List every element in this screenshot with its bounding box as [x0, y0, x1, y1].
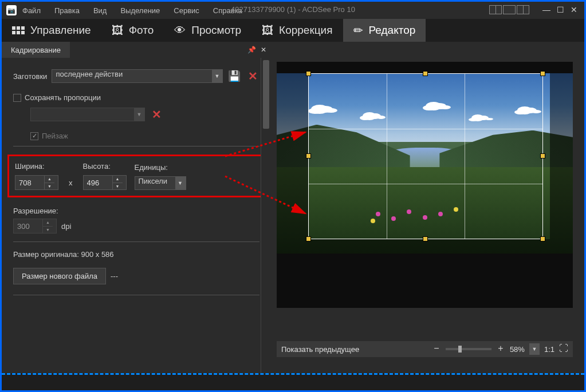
window-title: 4927133779900 (1) - ACDSee Pro 10 — [231, 5, 355, 14]
pane-layout-icons — [489, 5, 529, 15]
photo-icon: 🖼 — [112, 24, 123, 37]
scrollbar-thumb[interactable] — [263, 60, 269, 129]
crop-handle-tl[interactable] — [306, 71, 311, 76]
pane-layout-2[interactable] — [503, 5, 516, 14]
image-canvas[interactable] — [277, 62, 573, 308]
original-size-text: Размер оригинала: 900 x 586 — [13, 250, 259, 259]
zoom-combo[interactable]: ▼ — [529, 343, 540, 355]
pane-layout-1[interactable] — [489, 5, 502, 14]
height-input[interactable]: ▲▼ — [83, 175, 127, 190]
dimensions-section: Ширина: ▲▼ x Высота: ▲▼ — [7, 155, 265, 197]
zoom-toolbar: Показать предыдущее − + 58% ▼ 1:1 ⛶ — [277, 341, 573, 357]
spinner-down-icon[interactable]: ▼ — [43, 227, 53, 233]
editor-icon: ✏ — [353, 23, 363, 37]
dimension-separator: x — [66, 179, 75, 190]
new-file-size-value: --- — [111, 272, 118, 280]
panel-close-icon[interactable]: ✕ — [261, 46, 266, 54]
zoom-out-button[interactable]: − — [432, 345, 441, 354]
minimize-button[interactable]: — — [541, 5, 552, 15]
crop-handle-br[interactable] — [540, 236, 545, 241]
crop-rectangle[interactable] — [308, 73, 543, 239]
zoom-in-button[interactable]: + — [496, 345, 505, 354]
clear-ratio-icon[interactable]: ✕ — [150, 108, 163, 121]
units-label: Единицы: — [135, 163, 186, 172]
panel-scrollbar[interactable] — [261, 58, 271, 373]
app-window: Файл Правка Вид Выделение Сервис Справка… — [0, 0, 586, 392]
content-area: Кадрирование 📌 ✕ Заготовки последнее дей… — [2, 42, 584, 373]
spinner-down-icon[interactable]: ▼ — [113, 183, 123, 190]
mode-view[interactable]: 👁 Просмотр — [164, 19, 251, 42]
crop-handle-ml[interactable] — [306, 153, 311, 159]
chevron-down-icon[interactable]: ▼ — [134, 108, 144, 121]
width-input[interactable]: ▲▼ — [15, 175, 58, 190]
menu-select[interactable]: Выделение — [120, 6, 160, 15]
menu-edit[interactable]: Правка — [54, 6, 80, 15]
crop-panel: Кадрирование 📌 ✕ Заготовки последнее дей… — [2, 42, 271, 373]
keep-proportions-checkbox[interactable]: Сохранять пропорции — [13, 93, 259, 102]
units-combo[interactable]: Пиксели ▼ — [135, 176, 186, 190]
preview-area: Показать предыдущее − + 58% ▼ 1:1 ⛶ — [271, 42, 584, 373]
resolution-input[interactable]: ▲▼ — [13, 219, 57, 233]
menu-view[interactable]: Вид — [93, 6, 107, 15]
show-previous-button[interactable]: Показать предыдущее — [281, 345, 359, 354]
maximize-button[interactable]: ☐ — [554, 5, 566, 15]
mode-photo[interactable]: 🖼 Фото — [101, 19, 164, 42]
zoom-slider[interactable] — [446, 348, 491, 350]
thumbnail-strip[interactable] — [2, 373, 584, 390]
landscape-checkbox[interactable]: Пейзаж — [30, 132, 259, 140]
crop-handle-bm[interactable] — [423, 236, 428, 241]
resolution-label: Разрешение: — [13, 207, 259, 215]
save-preset-icon[interactable]: 💾 — [227, 69, 241, 83]
adjust-icon: 🖼 — [262, 24, 273, 37]
crop-handle-tm[interactable] — [423, 71, 428, 76]
mode-tabs: Управление 🖼 Фото 👁 Просмотр 🖼 Коррекция… — [2, 19, 584, 42]
panel-title: Кадрирование — [2, 42, 70, 58]
resolution-unit: dpi — [61, 222, 71, 231]
new-file-size-button[interactable]: Размер нового файла — [13, 268, 106, 284]
ratio-combo[interactable]: ▼ — [30, 108, 145, 121]
close-button[interactable]: ✕ — [568, 5, 580, 15]
width-label: Ширина: — [15, 162, 58, 171]
presets-label: Заготовки — [13, 72, 47, 81]
titlebar: Файл Правка Вид Выделение Сервис Справка… — [2, 2, 584, 19]
spinner-down-icon[interactable]: ▼ — [45, 183, 54, 190]
height-label: Высота: — [83, 162, 127, 171]
zoom-fit-icon[interactable]: ⛶ — [559, 345, 568, 354]
zoom-actual-button[interactable]: 1:1 — [544, 345, 554, 354]
pin-icon[interactable]: 📌 — [247, 46, 256, 54]
mode-editor[interactable]: ✏ Редактор — [343, 19, 426, 42]
menu-file[interactable]: Файл — [22, 6, 41, 15]
eye-icon: 👁 — [174, 24, 186, 37]
crop-handle-bl[interactable] — [306, 236, 311, 241]
zoom-percent: 58% — [510, 345, 525, 354]
presets-combo[interactable]: последнее действи ▼ — [52, 69, 223, 83]
menu-service[interactable]: Сервис — [174, 6, 199, 15]
pane-layout-3[interactable] — [517, 5, 529, 14]
chevron-down-icon[interactable]: ▼ — [212, 70, 222, 82]
spinner-up-icon[interactable]: ▲ — [43, 219, 53, 227]
spinner-up-icon[interactable]: ▲ — [113, 176, 123, 183]
spinner-up-icon[interactable]: ▲ — [45, 176, 54, 183]
crop-handle-tr[interactable] — [540, 71, 545, 76]
app-icon — [6, 5, 17, 15]
delete-preset-icon[interactable]: ✕ — [246, 69, 259, 83]
mode-manage[interactable]: Управление — [2, 19, 101, 42]
crop-handle-mr[interactable] — [540, 153, 545, 159]
mode-adjust[interactable]: 🖼 Коррекция — [251, 19, 343, 42]
grid-icon — [12, 26, 25, 34]
chevron-down-icon[interactable]: ▼ — [175, 177, 186, 189]
